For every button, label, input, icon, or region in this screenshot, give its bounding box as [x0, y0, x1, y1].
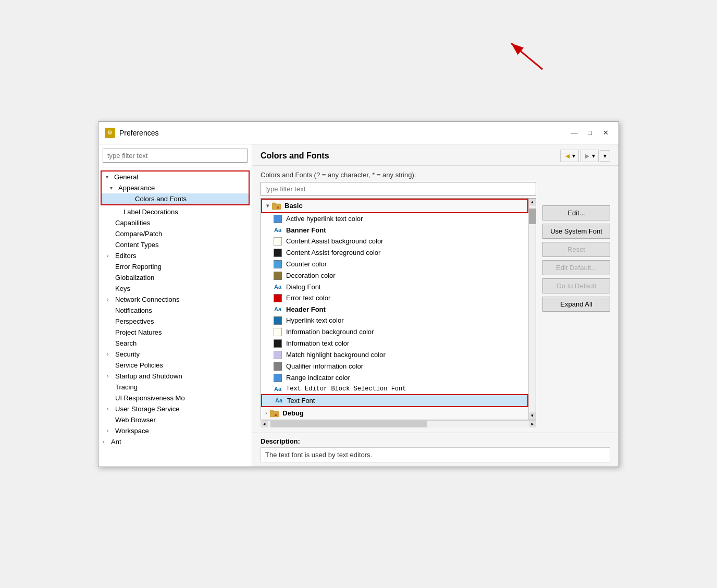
- color-item-hyperlink-text[interactable]: Hyperlink text color: [261, 315, 528, 326]
- color-swatch-hyperlink: [274, 316, 282, 325]
- hscroll-thumb[interactable]: [270, 421, 427, 427]
- color-item-match-highlight[interactable]: Match highlight background color: [261, 349, 528, 361]
- tree-arrow-appearance: ▾: [110, 185, 116, 191]
- back-button[interactable]: ◄ ▾: [560, 150, 579, 162]
- tree-item-colors-fonts[interactable]: Colors and Fonts: [102, 193, 249, 204]
- color-item-error-text[interactable]: Error text color: [261, 292, 528, 304]
- color-item-decoration-color[interactable]: Decoration color: [261, 270, 528, 281]
- color-swatch-content-assist-fg: [274, 249, 282, 257]
- tree-item-startup-shutdown[interactable]: › Startup and Shutdown: [98, 371, 252, 382]
- color-item-counter-color[interactable]: Counter color: [261, 259, 528, 270]
- forward-button[interactable]: ► ▾: [580, 150, 599, 162]
- tree-item-label-decorations[interactable]: Label Decorations: [98, 206, 252, 217]
- tree-item-service-policies[interactable]: Service Policies: [98, 360, 252, 371]
- tree-label-service-policies: Service Policies: [115, 361, 248, 369]
- tree-label-editors: Editors: [115, 252, 248, 260]
- color-label-text-font: Text Font: [287, 397, 315, 405]
- tree-item-workspace[interactable]: › Workspace: [98, 425, 252, 436]
- tree-item-ant[interactable]: › Ant: [98, 436, 252, 447]
- menu-chevron-icon: ▾: [603, 152, 607, 160]
- hscroll-track[interactable]: [268, 421, 529, 427]
- tree-item-network-connections[interactable]: › Network Connections: [98, 294, 252, 305]
- tree-item-search[interactable]: Search: [98, 338, 252, 349]
- tree-item-notifications[interactable]: Notifications: [98, 305, 252, 316]
- color-label-content-assist-fg: Content Assist foreground color: [286, 249, 380, 256]
- tree-item-capabilities[interactable]: Capabilities: [98, 217, 252, 228]
- tree-item-ui-responsiveness[interactable]: UI Responsiveness Mo: [98, 393, 252, 403]
- font-icon-dialog: Aa: [274, 284, 282, 290]
- color-item-info-text[interactable]: Information text color: [261, 338, 528, 349]
- tree-item-error-reporting[interactable]: Error Reporting: [98, 261, 252, 272]
- group-arrow-debug: ›: [265, 410, 267, 416]
- group-header-basic[interactable]: ▾ a Basic: [261, 199, 528, 213]
- reset-button[interactable]: Reset: [542, 242, 610, 257]
- tree-item-user-storage[interactable]: › User Storage Service: [98, 403, 252, 414]
- maximize-button[interactable]: □: [583, 126, 597, 140]
- tree-container[interactable]: ▾ General ▾ Appearance Colors and Fonts …: [98, 167, 252, 467]
- color-swatch-active-hyperlink: [274, 215, 282, 223]
- svg-rect-5: [270, 410, 274, 412]
- colors-list-container[interactable]: ▾ a Basic: [261, 199, 528, 420]
- color-item-header-font[interactable]: Aa Header Font: [261, 304, 528, 315]
- tree-label-appearance: Appearance: [118, 184, 244, 192]
- menu-dropdown-button[interactable]: ▾: [600, 150, 610, 162]
- basic-folder-icon: a: [272, 202, 281, 210]
- red-arrow-annotation: [501, 35, 553, 77]
- scroll-down-button[interactable]: ▼: [529, 412, 536, 420]
- color-item-content-assist-fg[interactable]: Content Assist foreground color: [261, 247, 528, 259]
- horizontal-scrollbar[interactable]: ◄ ►: [261, 420, 536, 427]
- group-label-debug: Debug: [282, 409, 303, 417]
- minimize-button[interactable]: —: [567, 126, 581, 140]
- tree-item-globalization[interactable]: Globalization: [98, 272, 252, 283]
- vertical-scrollbar[interactable]: ▲ ▼: [528, 199, 536, 420]
- tree-item-keys[interactable]: Keys: [98, 283, 252, 294]
- color-label-info-text: Information text color: [286, 339, 349, 347]
- color-label-dialog-font: Dialog Font: [286, 283, 320, 291]
- tree-item-content-types[interactable]: Content Types: [98, 239, 252, 250]
- fwd-dropdown-icon: ▾: [592, 152, 595, 160]
- tree-item-project-natures[interactable]: Project Natures: [98, 327, 252, 338]
- color-item-active-hyperlink[interactable]: Active hyperlink text color: [261, 213, 528, 225]
- color-label-qualifier-info: Qualifier information color: [286, 362, 363, 370]
- expand-all-button[interactable]: Expand All: [542, 297, 610, 312]
- use-system-font-button[interactable]: Use System Font: [542, 224, 610, 239]
- tree-label-label-decorations: Label Decorations: [123, 208, 248, 216]
- color-item-info-bg[interactable]: Information background color: [261, 326, 528, 338]
- colors-description: Colors and Fonts (? = any character, * =…: [261, 171, 536, 179]
- color-item-text-editor-block[interactable]: Aa Text Editor Block Selection Font: [261, 384, 528, 394]
- tree-item-perspectives[interactable]: Perspectives: [98, 316, 252, 327]
- scroll-left-button[interactable]: ◄: [261, 421, 268, 427]
- color-label-active-hyperlink: Active hyperlink text color: [286, 215, 363, 223]
- tree-item-compare-patch[interactable]: Compare/Patch: [98, 228, 252, 239]
- scroll-right-button[interactable]: ►: [529, 421, 536, 427]
- tree-label-general: General: [114, 173, 244, 181]
- description-text: The text font is used by text editors.: [261, 447, 610, 462]
- left-filter-input[interactable]: [103, 149, 248, 163]
- tree-item-tracing[interactable]: Tracing: [98, 382, 252, 393]
- color-item-banner-font[interactable]: Aa Banner Font: [261, 225, 528, 236]
- scroll-thumb[interactable]: [529, 209, 536, 224]
- tree-item-editors[interactable]: › Editors: [98, 250, 252, 261]
- tree-label-security: Security: [115, 350, 248, 358]
- color-label-hyperlink-text: Hyperlink text color: [286, 316, 344, 324]
- scroll-up-button[interactable]: ▲: [529, 199, 536, 206]
- color-label-range-indicator: Range indicator color: [286, 374, 350, 382]
- edit-default-button[interactable]: Edit Default...: [542, 260, 610, 275]
- scroll-track[interactable]: [529, 206, 536, 412]
- back-dropdown-icon: ▾: [572, 152, 575, 160]
- color-item-text-font[interactable]: Aa Text Font: [261, 394, 528, 407]
- color-item-dialog-font[interactable]: Aa Dialog Font: [261, 281, 528, 292]
- tree-item-security[interactable]: › Security: [98, 349, 252, 360]
- tree-item-general[interactable]: ▾ General: [102, 172, 249, 182]
- tree-label-keys: Keys: [115, 285, 248, 292]
- go-to-default-button[interactable]: Go to Default: [542, 278, 610, 293]
- edit-button[interactable]: Edit...: [542, 205, 610, 220]
- tree-item-web-browser[interactable]: Web Browser: [98, 414, 252, 425]
- color-item-range-indicator[interactable]: Range indicator color: [261, 372, 528, 384]
- colors-filter-input[interactable]: [261, 182, 536, 196]
- close-button[interactable]: ✕: [599, 126, 612, 140]
- tree-item-appearance[interactable]: ▾ Appearance: [102, 182, 249, 193]
- group-header-debug[interactable]: › a Debug: [261, 407, 528, 420]
- color-item-content-assist-bg[interactable]: Content Assist background color: [261, 236, 528, 247]
- color-item-qualifier-info[interactable]: Qualifier information color: [261, 361, 528, 372]
